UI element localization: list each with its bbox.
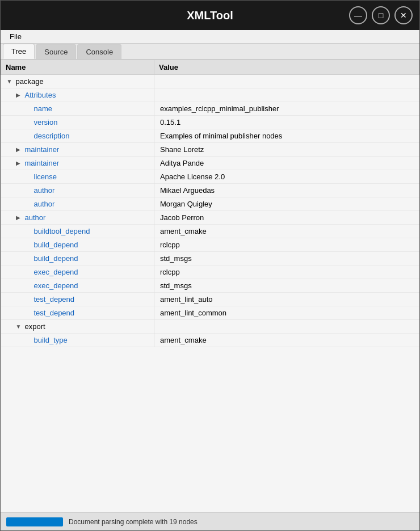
value-cell: Aditya Pande xyxy=(154,157,419,170)
table-row: nameexamples_rclcpp_minimal_publisher xyxy=(1,102,419,116)
node-label: maintainer xyxy=(25,145,60,154)
node-label: export xyxy=(25,322,45,331)
table-row: authorMorgan Quigley xyxy=(1,197,419,211)
node-label: maintainer xyxy=(25,159,60,167)
expand-arrow[interactable]: ▼ xyxy=(16,323,24,330)
value-cell: 0.15.1 xyxy=(154,116,419,129)
table-row: ▶maintainerShane Loretz xyxy=(1,143,419,157)
expand-arrow[interactable]: ▶ xyxy=(16,160,24,166)
node-label: exec_depend xyxy=(34,268,78,276)
table-row: build_typeament_cmake xyxy=(1,334,419,347)
table-row: version0.15.1 xyxy=(1,116,419,129)
value-cell xyxy=(154,320,419,334)
table-row: descriptionExamples of minimal publisher… xyxy=(1,129,419,143)
table-row: ▼export xyxy=(1,320,419,334)
table-row: licenseApache License 2.0 xyxy=(1,170,419,184)
name-cell: ▶Attributes xyxy=(1,88,154,102)
table-row: ▶Attributes xyxy=(1,88,419,102)
node-label: name xyxy=(34,104,53,113)
node-label: author xyxy=(34,200,55,208)
name-cell: name xyxy=(1,102,154,116)
table-row: test_dependament_lint_common xyxy=(1,306,419,320)
expand-arrow[interactable]: ▶ xyxy=(16,146,24,153)
maximize-button[interactable]: □ xyxy=(372,6,390,24)
table-row: authorMikael Arguedas xyxy=(1,184,419,197)
name-cell: build_depend xyxy=(1,252,154,266)
name-cell: version xyxy=(1,116,154,129)
node-label: test_depend xyxy=(34,295,75,304)
name-cell: description xyxy=(1,129,154,143)
close-button[interactable]: ✕ xyxy=(394,6,413,24)
value-cell: rclcpp xyxy=(154,238,419,252)
node-label: test_depend xyxy=(34,309,75,317)
table-row: exec_dependrclcpp xyxy=(1,266,419,279)
tab-source[interactable]: Source xyxy=(36,44,76,59)
main-window: XMLTool — □ ✕ File Tree Source Console N… xyxy=(0,0,420,531)
value-cell: Jacob Perron xyxy=(154,211,419,225)
name-cell: ▶maintainer xyxy=(1,157,154,170)
table-row: exec_dependstd_msgs xyxy=(1,279,419,293)
titlebar: XMLTool — □ ✕ xyxy=(1,1,419,30)
name-cell: author xyxy=(1,197,154,211)
name-cell: ▼export xyxy=(1,320,154,334)
name-cell: buildtool_depend xyxy=(1,225,154,238)
table-row: build_dependstd_msgs xyxy=(1,252,419,266)
tab-console[interactable]: Console xyxy=(77,44,121,59)
node-label: author xyxy=(25,213,46,222)
node-label: build_depend xyxy=(34,254,78,263)
tab-tree[interactable]: Tree xyxy=(3,44,35,59)
table-row: build_dependrclcpp xyxy=(1,238,419,252)
node-label: exec_depend xyxy=(34,281,78,290)
expand-arrow[interactable]: ▼ xyxy=(7,78,15,85)
expand-arrow[interactable]: ▶ xyxy=(16,214,24,221)
name-cell: ▶maintainer xyxy=(1,143,154,157)
table-row: ▶maintainerAditya Pande xyxy=(1,157,419,170)
name-cell: ▼package xyxy=(1,75,154,88)
value-cell: std_msgs xyxy=(154,279,419,293)
name-cell: exec_depend xyxy=(1,279,154,293)
node-label: author xyxy=(34,186,55,195)
name-cell: build_depend xyxy=(1,238,154,252)
node-label: package xyxy=(16,77,44,86)
value-cell: ament_lint_auto xyxy=(154,293,419,306)
name-cell: ▶author xyxy=(1,211,154,225)
value-cell: Shane Loretz xyxy=(154,143,419,157)
tree-table[interactable]: Name Value ▼package▶Attributesnameexampl… xyxy=(1,60,419,512)
value-cell: examples_rclcpp_minimal_publisher xyxy=(154,102,419,116)
name-cell: license xyxy=(1,170,154,184)
status-text: Document parsing complete with 19 nodes xyxy=(69,518,198,526)
xml-tree: Name Value ▼package▶Attributesnameexampl… xyxy=(1,60,419,347)
value-cell: Mikael Arguedas xyxy=(154,184,419,197)
node-label: buildtool_depend xyxy=(34,227,90,235)
statusbar: Document parsing complete with 19 nodes xyxy=(1,512,419,530)
value-cell: rclcpp xyxy=(154,266,419,279)
progress-bar xyxy=(6,517,63,526)
name-cell: test_depend xyxy=(1,293,154,306)
value-cell: Apache License 2.0 xyxy=(154,170,419,184)
value-cell xyxy=(154,88,419,102)
table-row: buildtool_dependament_cmake xyxy=(1,225,419,238)
name-cell: author xyxy=(1,184,154,197)
tabbar: Tree Source Console xyxy=(1,44,419,60)
value-cell xyxy=(154,75,419,88)
minimize-button[interactable]: — xyxy=(349,6,367,24)
expand-arrow[interactable]: ▶ xyxy=(16,92,24,98)
table-row: ▶authorJacob Perron xyxy=(1,211,419,225)
value-cell: Examples of minimal publisher nodes xyxy=(154,129,419,143)
menu-file[interactable]: File xyxy=(5,31,26,42)
content-area: Name Value ▼package▶Attributesnameexampl… xyxy=(1,60,419,512)
value-cell: Morgan Quigley xyxy=(154,197,419,211)
node-label: Attributes xyxy=(25,91,56,99)
node-label: version xyxy=(34,118,58,127)
value-cell: std_msgs xyxy=(154,252,419,266)
table-row: test_dependament_lint_auto xyxy=(1,293,419,306)
node-label: build_type xyxy=(34,336,68,344)
app-title: XMLTool xyxy=(187,9,233,22)
menubar: File xyxy=(1,30,419,44)
table-row: ▼package xyxy=(1,75,419,88)
name-cell: build_type xyxy=(1,334,154,347)
window-controls: — □ ✕ xyxy=(349,6,413,24)
col-value: Value xyxy=(154,60,419,75)
value-cell: ament_cmake xyxy=(154,225,419,238)
col-name: Name xyxy=(1,60,154,75)
